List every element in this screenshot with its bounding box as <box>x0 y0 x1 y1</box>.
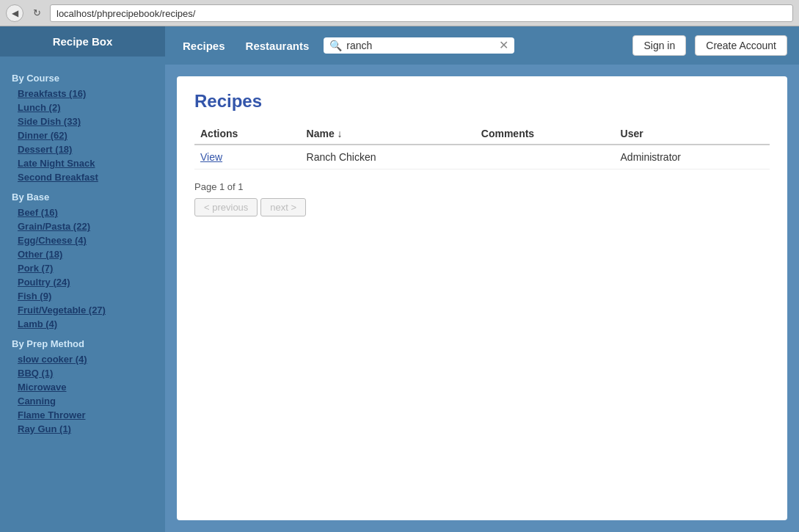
row-user: Administrator <box>615 145 770 170</box>
sidebar-item-flame-thrower[interactable]: Flame Thrower <box>12 408 153 422</box>
nav-recipes[interactable]: Recipes <box>177 37 231 55</box>
sidebar-item-breakfasts[interactable]: Breakfasts (16) <box>12 87 153 101</box>
recipes-table: Actions Name ↓ Comments User View Ranch … <box>194 123 770 170</box>
sidebar-title: Recipe Box <box>0 26 165 57</box>
sidebar-item-lunch[interactable]: Lunch (2) <box>12 101 153 114</box>
search-icon: 🔍 <box>329 40 342 51</box>
col-comments: Comments <box>475 123 615 145</box>
sidebar-item-late-night-snack[interactable]: Late Night Snack <box>12 156 153 170</box>
pagination-info: Page 1 of 1 <box>194 181 770 192</box>
sidebar-content: By Course Breakfasts (16) Lunch (2) Side… <box>0 57 165 445</box>
reload-button[interactable]: ↻ <box>29 6 44 21</box>
sidebar-item-slow-cooker[interactable]: slow cooker (4) <box>12 352 153 366</box>
col-actions: Actions <box>194 123 301 145</box>
page-title: Recipes <box>194 91 770 112</box>
sidebar-item-microwave[interactable]: Microwave <box>12 380 153 394</box>
view-link[interactable]: View <box>200 151 222 163</box>
next-button[interactable]: next > <box>260 198 306 216</box>
sidebar-item-bbq[interactable]: BBQ (1) <box>12 366 153 380</box>
search-clear-icon[interactable]: ✕ <box>499 40 508 51</box>
row-action: View <box>194 145 301 170</box>
col-user: User <box>615 123 770 145</box>
category-label-base: By Base <box>12 192 153 203</box>
back-button[interactable]: ◀ <box>6 4 23 22</box>
row-comments <box>475 145 615 170</box>
pagination-buttons: < previous next > <box>194 198 770 216</box>
nav-restaurants[interactable]: Restaurants <box>240 37 315 55</box>
url-bar[interactable]: localhost/phprecipebook/recipes/ <box>50 4 793 22</box>
category-label-course: By Course <box>12 73 153 84</box>
sidebar-item-egg-cheese[interactable]: Egg/Cheese (4) <box>12 233 153 247</box>
sidebar-item-grain-pasta[interactable]: Grain/Pasta (22) <box>12 219 153 233</box>
sidebar-item-fruit-vegetable[interactable]: Fruit/Vegetable (27) <box>12 303 153 317</box>
main-content: Recipes Actions Name ↓ Comments User Vie… <box>177 76 787 520</box>
row-name: Ranch Chicken <box>301 145 475 170</box>
sidebar-item-side-dish[interactable]: Side Dish (33) <box>12 114 153 128</box>
category-label-prep: By Prep Method <box>12 338 153 349</box>
sidebar-item-canning[interactable]: Canning <box>12 394 153 408</box>
col-name[interactable]: Name ↓ <box>301 123 475 145</box>
create-account-button[interactable]: Create Account <box>695 35 787 56</box>
search-input[interactable] <box>346 40 495 51</box>
sidebar-item-dessert[interactable]: Dessert (18) <box>12 142 153 156</box>
sidebar-item-beef[interactable]: Beef (16) <box>12 205 153 219</box>
table-row: View Ranch Chicken Administrator <box>194 145 770 170</box>
sidebar: Recipe Box By Course Breakfasts (16) Lun… <box>0 26 165 532</box>
main-layout: Recipe Box By Course Breakfasts (16) Lun… <box>0 26 799 532</box>
prev-button[interactable]: < previous <box>194 198 258 216</box>
top-nav: Recipes Restaurants 🔍 ✕ Sign in Create A… <box>165 26 799 65</box>
sidebar-item-ray-gun[interactable]: Ray Gun (1) <box>12 422 153 436</box>
browser-bar: ◀ ↻ localhost/phprecipebook/recipes/ <box>0 0 799 26</box>
sidebar-item-fish[interactable]: Fish (9) <box>12 289 153 303</box>
sidebar-item-other[interactable]: Other (18) <box>12 247 153 261</box>
sidebar-item-lamb[interactable]: Lamb (4) <box>12 317 153 331</box>
content-area: Recipes Restaurants 🔍 ✕ Sign in Create A… <box>165 26 799 532</box>
sidebar-item-second-breakfast[interactable]: Second Breakfast <box>12 170 153 184</box>
search-container: 🔍 ✕ <box>324 37 514 54</box>
signin-button[interactable]: Sign in <box>632 35 686 56</box>
sidebar-item-poultry[interactable]: Poultry (24) <box>12 275 153 289</box>
sidebar-item-pork[interactable]: Pork (7) <box>12 261 153 275</box>
sidebar-item-dinner[interactable]: Dinner (62) <box>12 128 153 142</box>
